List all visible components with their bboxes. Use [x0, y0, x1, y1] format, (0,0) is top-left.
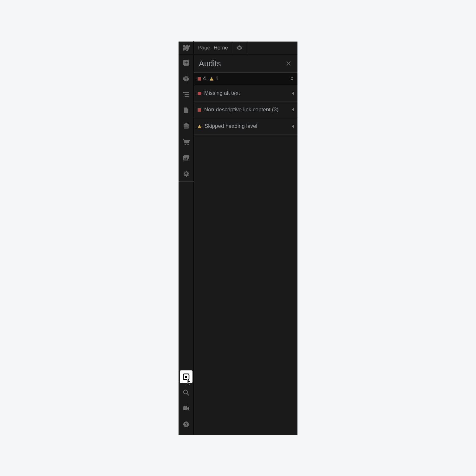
navigator-icon: [183, 92, 190, 97]
svg-point-9: [184, 123, 189, 125]
svg-text:?: ?: [185, 422, 188, 427]
page-selector[interactable]: Page: Home: [194, 41, 232, 55]
sidebar-ecommerce[interactable]: [179, 134, 194, 150]
panel-header: Audits: [194, 55, 297, 73]
close-icon: [286, 61, 291, 66]
page-name: Home: [213, 45, 228, 51]
page-label: Page:: [198, 45, 212, 51]
svg-point-14: [185, 173, 187, 175]
audit-label: Skipped heading level: [205, 123, 292, 129]
audit-label: Missing alt text: [204, 90, 292, 96]
error-square-icon: [198, 77, 201, 81]
error-square-icon: [198, 92, 201, 95]
plus-icon: [183, 59, 190, 66]
sidebar-add[interactable]: [179, 55, 194, 71]
sidebar-navigator[interactable]: [179, 87, 194, 102]
svg-rect-8: [185, 96, 189, 97]
search-icon: [183, 389, 190, 396]
chevron-left-icon: [292, 92, 294, 95]
webflow-logo-icon: [182, 45, 190, 51]
audit-item-heading-level[interactable]: Skipped heading level: [194, 118, 297, 135]
svg-point-11: [187, 144, 189, 145]
sidebar-assets[interactable]: [179, 150, 194, 166]
help-icon: ?: [183, 421, 190, 428]
svg-rect-7: [185, 94, 189, 95]
page-icon: [183, 107, 189, 114]
preview-button[interactable]: [232, 41, 247, 55]
main-area: ? Audits 4 1: [179, 55, 297, 435]
top-bar: Page: Home: [179, 42, 297, 55]
audit-icon: [182, 373, 190, 381]
audit-item-alt-text[interactable]: Missing alt text: [194, 85, 297, 102]
svg-rect-13: [183, 156, 188, 160]
left-sidebar: ?: [179, 55, 194, 435]
images-icon: [182, 154, 190, 161]
error-count: 4: [203, 75, 206, 82]
sidebar-cms[interactable]: [179, 118, 194, 134]
chevron-left-icon: [292, 108, 294, 111]
app-window: Page: Home: [179, 42, 297, 435]
svg-rect-2: [185, 62, 188, 63]
svg-point-10: [185, 144, 186, 145]
sidebar-pages[interactable]: [179, 102, 194, 118]
gear-icon: [183, 170, 190, 177]
close-button[interactable]: [285, 60, 292, 67]
audits-panel: Audits 4 1: [194, 55, 297, 435]
webflow-logo-button[interactable]: [179, 41, 194, 55]
svg-point-21: [186, 406, 187, 407]
cart-icon: [182, 139, 190, 146]
sidebar-help[interactable]: ?: [179, 416, 194, 432]
svg-rect-16: [185, 376, 187, 378]
warning-count: 1: [215, 75, 218, 82]
svg-rect-19: [183, 407, 187, 410]
sidebar-audits[interactable]: [180, 370, 192, 383]
sort-icon[interactable]: [290, 76, 294, 81]
error-square-icon: [198, 108, 201, 112]
audit-item-link-content[interactable]: Non-descriptive link content (3): [194, 102, 297, 118]
svg-line-18: [187, 394, 189, 395]
cube-icon: [183, 75, 190, 82]
audit-label: Non-descriptive link content (3): [204, 107, 292, 113]
sidebar-video[interactable]: [179, 401, 194, 416]
eye-icon: [236, 44, 243, 51]
sidebar-settings[interactable]: [179, 166, 194, 182]
stack-icon: [183, 123, 190, 130]
sidebar-components[interactable]: [179, 71, 194, 87]
video-icon: [182, 406, 190, 411]
sidebar-search[interactable]: [179, 385, 194, 401]
svg-rect-6: [183, 92, 189, 93]
warning-triangle-icon: [210, 77, 213, 81]
svg-point-20: [184, 406, 185, 407]
warning-triangle-icon: [198, 125, 201, 128]
audit-summary[interactable]: 4 1: [194, 73, 297, 85]
panel-title: Audits: [199, 59, 221, 68]
chevron-left-icon: [292, 125, 294, 128]
